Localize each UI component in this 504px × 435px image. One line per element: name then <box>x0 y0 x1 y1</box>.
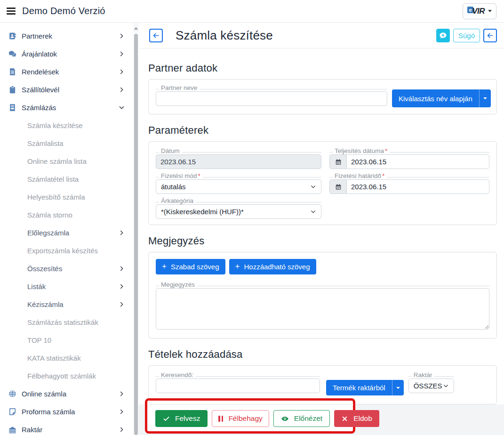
comment-plus-icon <box>439 32 447 40</box>
check-icon <box>163 415 170 422</box>
sidebar-item-osszesites[interactable]: Összesítés <box>0 259 133 277</box>
sidebar-item-label: Összesítés <box>27 265 62 273</box>
warehouse-icon <box>8 425 17 434</box>
sidebar-item-label: Exportszámla készítés <box>27 247 98 255</box>
sidebar-item-label: Árajánlatok <box>22 50 57 58</box>
partner-name-input[interactable] <box>156 91 387 106</box>
date-label: Dátum <box>156 146 321 154</box>
back-button[interactable] <box>149 29 163 42</box>
sidebar-item-label: Partnerek <box>22 32 52 40</box>
sidebar-scrollbar[interactable] <box>133 23 139 435</box>
calendar-icon[interactable] <box>329 154 346 169</box>
sidebar-item-label: Számlázás <box>22 104 56 112</box>
sidebar-item-szamlalista[interactable]: Számlalista <box>0 134 133 152</box>
sidebar-item-label: Szállítólevél <box>22 86 59 94</box>
page-title: Számla készítése <box>176 28 273 43</box>
chevron-right-icon <box>119 230 125 236</box>
back-button-secondary[interactable] <box>483 29 497 42</box>
sidebar-item-kata-statisztikak[interactable]: KATA statisztikák <box>0 349 133 367</box>
required-asterisk: * <box>198 172 200 179</box>
price-category-label: Árkategória <box>156 196 321 204</box>
sidebar-item-elolegszamla[interactable]: Előlegszámla <box>0 224 133 242</box>
evir-logo: e VIR <box>467 7 485 16</box>
select-by-name-dropdown-toggle[interactable] <box>479 89 491 107</box>
sidebar-item-arajanlatok[interactable]: Árajánlatok <box>0 45 133 63</box>
sidebar-item-szamlazas-statisztikak[interactable]: Számlázás statisztikák <box>0 313 133 331</box>
note-icon <box>8 407 17 416</box>
note-textarea[interactable] <box>156 288 489 330</box>
scrollbar-up-arrow-icon[interactable] <box>134 27 138 30</box>
sidebar-item-szamlatetel-lista[interactable]: Számlatétel lista <box>0 170 133 188</box>
chevron-down-icon <box>396 387 400 389</box>
note-card: +Szabad szöveg +Hozzáadható szöveg Megje… <box>148 252 497 338</box>
chevron-down-icon <box>310 184 316 190</box>
help-button[interactable]: Súgó <box>453 29 480 42</box>
payment-method-label: Fizetési mód* <box>156 171 321 179</box>
addable-text-button[interactable]: +Hozzáadható szöveg <box>229 259 316 274</box>
chevron-right-icon <box>119 33 125 39</box>
sidebar-item-partnerek[interactable]: Partnerek <box>0 27 133 45</box>
section-heading-items: Tételek hozzáadása <box>148 347 497 362</box>
date-input <box>156 154 321 169</box>
discard-button[interactable]: Eldob <box>334 410 379 427</box>
chat-button[interactable] <box>436 29 450 42</box>
select-by-name-button[interactable]: Kiválasztás név alapján <box>392 89 479 107</box>
fulfillment-date-input[interactable] <box>346 154 489 169</box>
sidebar-item-label: Számla készítése <box>27 121 83 129</box>
sidebar-item-label: Számlalista <box>27 139 64 147</box>
required-asterisk: * <box>385 147 387 154</box>
plus-icon: + <box>235 262 240 270</box>
sidebar-item-label: Online számla <box>22 390 66 398</box>
free-text-button[interactable]: +Szabad szöveg <box>156 259 225 274</box>
sidebar-item-label: TOP 10 <box>27 336 51 344</box>
sidebar-item-online-szamla[interactable]: Online számla <box>0 385 133 403</box>
sidebar-item-szamla-keszitese[interactable]: Számla készítése <box>0 116 133 134</box>
sidebar-item-online-szamla-lista[interactable]: Online számla lista <box>0 152 133 170</box>
search-label: Keresendő: <box>156 371 320 379</box>
sidebar-item-label: Számlatétel lista <box>27 175 79 183</box>
preview-button[interactable]: Előnézet <box>273 410 330 427</box>
chevron-right-icon <box>119 391 125 397</box>
hamburger-menu-icon[interactable] <box>7 6 16 16</box>
evir-logo-menu-button[interactable]: e VIR <box>463 3 496 19</box>
section-heading-params: Paraméterek <box>148 123 497 137</box>
plus-icon: + <box>162 262 167 270</box>
sidebar-item-label: Kéziszámla <box>27 300 64 308</box>
sidebar-item-rendelesek[interactable]: Rendelések <box>0 63 133 81</box>
item-search-input[interactable] <box>156 379 320 393</box>
scrollbar-thumb[interactable] <box>134 34 138 435</box>
product-from-warehouse-split-button: Termék raktárból <box>326 380 404 395</box>
chevron-down-icon <box>488 10 492 12</box>
sidebar-item-szamlazas[interactable]: Számlázás <box>0 98 133 116</box>
product-from-warehouse-button[interactable]: Termék raktárból <box>326 380 392 395</box>
suspend-button[interactable]: Félbehagy <box>212 410 269 427</box>
sidebar-item-szallitolevel[interactable]: Szállítólevél <box>0 81 133 98</box>
sidebar-item-label: Számla storno <box>27 211 72 219</box>
params-card: Dátum Teljesítés dátuma* Fizetési mód* <box>148 141 497 225</box>
file-invoice-icon <box>8 103 17 112</box>
sidebar-item-top-10[interactable]: TOP 10 <box>0 331 133 349</box>
sidebar-item-label: Számlázás statisztikák <box>27 318 98 326</box>
product-dropdown-toggle[interactable] <box>392 380 404 395</box>
arrow-left-icon <box>486 32 494 40</box>
sidebar-item-raktar[interactable]: Raktár <box>0 420 133 435</box>
chevron-down-icon <box>310 209 316 215</box>
calendar-icon[interactable] <box>329 179 346 194</box>
sidebar-nav: PartnerekÁrajánlatokRendelésekSzállítóle… <box>0 23 133 435</box>
price-category-select[interactable]: *(Kiskereskedelmi (HUF))* <box>156 204 321 219</box>
sidebar-item-helyesbito-szamla[interactable]: Helyesbítő számla <box>0 188 133 206</box>
chevron-right-icon <box>119 283 125 290</box>
sidebar-item-label: Helyesbítő számla <box>27 193 85 201</box>
warehouse-select[interactable]: ÖSSZES <box>408 379 454 393</box>
sidebar-item-keziszamla[interactable]: Kéziszámla <box>0 295 133 313</box>
sidebar-item-label: Proforma számla <box>22 408 75 416</box>
sidebar-item-szamla-storno[interactable]: Számla storno <box>0 206 133 224</box>
sidebar-item-listak[interactable]: Listák <box>0 277 133 295</box>
chevron-down-icon <box>483 97 487 99</box>
payment-method-select[interactable]: átutalás <box>156 179 321 194</box>
sidebar-item-exportszamla-keszites[interactable]: Exportszámla készítés <box>0 242 133 259</box>
save-button[interactable]: Felvesz <box>155 410 208 427</box>
due-date-input[interactable] <box>346 179 489 194</box>
sidebar-item-proforma-szamla[interactable]: Proforma számla <box>0 403 133 420</box>
sidebar-item-felbehagyott-szamlak[interactable]: Félbehagyott számlák <box>0 367 133 385</box>
